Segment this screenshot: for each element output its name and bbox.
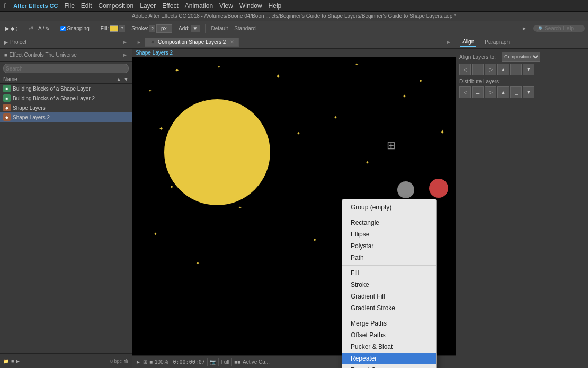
add-label: Add: ▼ [176, 24, 202, 33]
align-bottom-btn[interactable]: ▼ [523, 64, 534, 75]
fill-color-box[interactable] [110, 25, 118, 32]
ctx-item-repeater[interactable]: Repeater [342, 353, 436, 364]
vc-sep-2 [207, 358, 208, 366]
menu-file[interactable]: File [64, 2, 74, 10]
menu-effect[interactable]: Effect [162, 2, 178, 10]
project-collapse[interactable]: ▶ [4, 40, 8, 45]
vc-sep-3 [218, 358, 219, 366]
ctx-item-fill[interactable]: Fill [342, 267, 436, 279]
toolbar-tools[interactable]: ▶◆〉 [3, 24, 20, 33]
add-button[interactable]: ▼ [191, 25, 200, 32]
active-cam-label[interactable]: Active Ca... [243, 359, 270, 365]
align-top-btn[interactable]: ▲ [497, 64, 509, 75]
col-sort-desc[interactable]: ▼ [123, 76, 129, 82]
dist-center-h-btn[interactable]: ⚊ [472, 86, 484, 98]
ctx-item-polystar[interactable]: Polystar [342, 240, 436, 252]
effect-icon: ■ [4, 52, 7, 58]
align-panel: Align Paragraph Align Layers to: Composi… [456, 36, 588, 368]
new-footage-btn[interactable]: ▶ [16, 358, 20, 364]
expand-icon[interactable]: ► [122, 52, 128, 58]
ctx-item-ellipse[interactable]: Ellipse [342, 229, 436, 240]
search-help-input[interactable] [545, 25, 582, 31]
project-item[interactable]: ◆ Shape Layers [0, 103, 132, 112]
star-21: ✦ [297, 131, 300, 136]
ctx-item-offset_paths[interactable]: Offset Paths [342, 329, 436, 341]
comp-tab-close[interactable]: ✕ [230, 39, 234, 45]
ctx-separator [342, 265, 436, 266]
vc-mask-icon[interactable]: ■ [149, 359, 153, 365]
dist-top-btn[interactable]: ▲ [497, 86, 509, 98]
ctx-item-group[interactable]: Group (empty) [342, 201, 436, 213]
apple-menu[interactable]:  [4, 2, 7, 10]
title-text: Adobe After Effects CC 2018 - /Volumes/B… [132, 13, 456, 19]
distribute-label: Distribute Layers: [459, 78, 502, 84]
dist-bottom-btn[interactable]: ▼ [523, 86, 534, 98]
align-center-v-btn[interactable]: ⎯ [510, 64, 522, 75]
star-39: ✦ [196, 261, 200, 266]
paragraph-tab[interactable]: Paragraph [483, 38, 512, 46]
ctx-item-round_corners[interactable]: Round Corners [342, 364, 436, 368]
align-to-select[interactable]: Composition [502, 52, 540, 62]
menu-edit[interactable]: Edit [81, 2, 92, 10]
star-17: ✦ [334, 115, 337, 120]
menu-help[interactable]: Help [269, 2, 282, 10]
stroke-width-input[interactable] [156, 24, 172, 33]
dist-left-btn[interactable]: ◁ [459, 86, 471, 98]
menu-animation[interactable]: Animation [185, 2, 213, 10]
main-area: ▶ Project ► ■ Effect Controls The Univer… [0, 36, 588, 368]
align-tab[interactable]: Align [460, 38, 476, 47]
project-item[interactable]: ■ Building Blocks of a Shape Layer 2 [0, 93, 132, 103]
col-sort-asc[interactable]: ▲ [116, 76, 121, 82]
ctx-item-stroke[interactable]: Stroke [342, 279, 436, 291]
snapping-checkbox[interactable]: Snapping [58, 24, 91, 32]
comp-title: Shape Layers 2 [132, 49, 456, 57]
stroke-question[interactable]: ? [149, 25, 155, 32]
project-item-shape-layers-2[interactable]: ◆ Shape Layers 2 [0, 112, 132, 122]
fill-question[interactable]: ? [119, 25, 125, 32]
align-right-btn[interactable]: ▷ [485, 64, 496, 75]
more-icon[interactable]: ► [522, 25, 527, 31]
project-search-input[interactable] [3, 64, 129, 73]
zoom-label[interactable]: 100% [155, 359, 168, 365]
vc-expand-icon[interactable]: ► [136, 359, 141, 365]
vc-camera-icon[interactable]: 📷 [210, 359, 216, 365]
align-left-btn[interactable]: ◁ [459, 64, 471, 75]
grid-icon: ⊞ [387, 139, 396, 152]
toolbar-sep-3 [95, 24, 95, 33]
star-13: ✦ [403, 94, 406, 99]
ctx-item-merge_paths[interactable]: Merge Paths [342, 318, 436, 329]
default-label: Default [209, 25, 230, 31]
comp-prev-icon[interactable]: ► [137, 40, 141, 45]
dist-right-btn[interactable]: ▷ [485, 86, 496, 98]
ctx-item-pucker_bloat[interactable]: Pucker & Bloat [342, 341, 436, 353]
ctx-item-path[interactable]: Path [342, 252, 436, 264]
new-folder-btn[interactable]: 📁 [3, 358, 9, 364]
distribute-label-row: Distribute Layers: [459, 78, 585, 84]
comp-tab-shape-layers-2[interactable]: ◾ Composition Shape Layers 2 ✕ [145, 38, 239, 47]
item-icon-2: ■ [3, 94, 11, 102]
full-label[interactable]: Full [221, 359, 229, 365]
toolbar-drawing-tools[interactable]: ⏎⎯A/✎ [26, 24, 51, 32]
vc-grid-icon[interactable]: ⊞ [143, 359, 147, 365]
menu-window[interactable]: Window [239, 2, 262, 10]
menu-layer[interactable]: Layer [140, 2, 156, 10]
project-menu[interactable]: ► [122, 39, 128, 45]
new-comp-btn[interactable]: ■ [11, 358, 14, 364]
vc-icons[interactable]: ■■ [234, 359, 240, 365]
comp-options-icon[interactable]: ► [446, 39, 451, 45]
delete-btn[interactable]: 🗑 [124, 358, 129, 364]
menu-composition[interactable]: Composition [99, 2, 134, 10]
dist-center-v-btn[interactable]: ⎯ [510, 86, 522, 98]
vc-sep-4 [231, 358, 232, 366]
ctx-item-gradient_stroke[interactable]: Gradient Stroke [342, 302, 436, 314]
align-center-h-btn[interactable]: ⚊ [472, 64, 484, 75]
app-name: After Effects CC [13, 3, 58, 9]
stroke-label: Stroke: ? [129, 23, 174, 34]
ctx-separator [342, 215, 436, 215]
col-name-label: Name [3, 76, 116, 82]
project-item[interactable]: ■ Building Blocks of a Shape Layer [0, 84, 132, 93]
menu-view[interactable]: View [219, 2, 233, 10]
menu-bar:  After Effects CC File Edit Composition… [0, 0, 588, 12]
ctx-item-rectangle[interactable]: Rectangle [342, 217, 436, 229]
ctx-item-gradient_fill[interactable]: Gradient Fill [342, 291, 436, 302]
